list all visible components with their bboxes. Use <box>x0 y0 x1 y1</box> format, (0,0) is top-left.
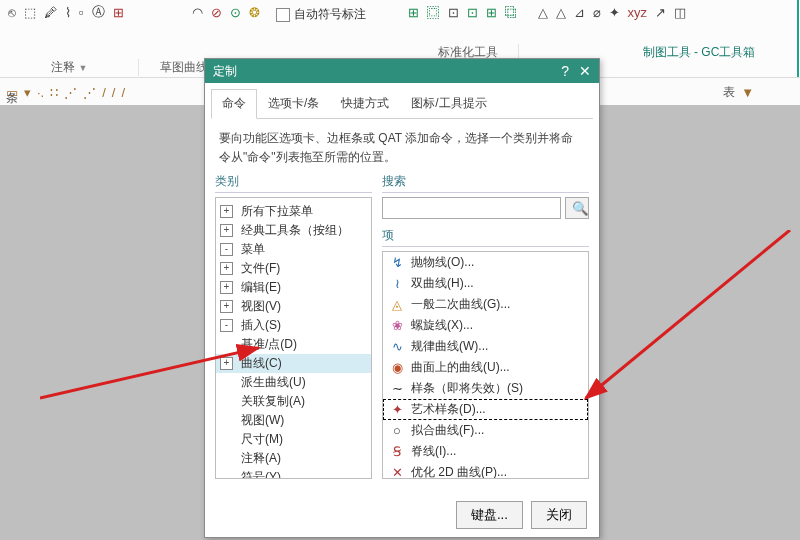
auto-symbol-checkbox[interactable]: 自动符号标注 <box>276 6 366 23</box>
category-tree[interactable]: +所有下拉菜单+经典工具条（按组）-菜单+文件(F)+编辑(E)+视图(V)-插… <box>215 197 372 479</box>
tree-node[interactable]: +经典工具条（按组） <box>216 221 371 240</box>
tree-node[interactable]: -插入(S) <box>216 316 371 335</box>
tree-node[interactable]: 尺寸(M) <box>216 430 371 449</box>
list-item[interactable]: ❀螺旋线(X)... <box>383 315 588 336</box>
item-icon: ◬ <box>389 297 405 313</box>
list-item[interactable]: ○拟合曲线(F)... <box>383 420 588 441</box>
item-icon: Ꞩ <box>389 444 405 460</box>
list-item[interactable]: ✦艺术样条(D)... <box>383 399 588 420</box>
sheet-label: 表 <box>723 84 735 101</box>
tree-node[interactable]: -菜单 <box>216 240 371 259</box>
dialog-instructions: 要向功能区选项卡、边框条或 QAT 添加命令，选择一个类别并将命令从"命令"列表… <box>205 119 599 171</box>
tree-node[interactable]: +所有下拉菜单 <box>216 202 371 221</box>
list-item[interactable]: Ꞩ脊线(I)... <box>383 441 588 462</box>
item-icon: ❀ <box>389 318 405 334</box>
help-icon[interactable]: ? <box>561 63 569 79</box>
search-heading: 搜索 <box>382 173 589 193</box>
tab-0[interactable]: 命令 <box>211 89 257 119</box>
list-item[interactable]: ✕优化 2D 曲线(P)... <box>383 462 588 479</box>
close-button[interactable]: 关闭 <box>531 501 587 529</box>
dialog-title: 定制 <box>213 63 237 80</box>
items-list[interactable]: ↯抛物线(O)...≀双曲线(H)...◬一般二次曲线(G)...❀螺旋线(X)… <box>382 251 589 479</box>
tree-node[interactable]: 关联复制(A) <box>216 392 371 411</box>
dialog-tabs: 命令选项卡/条快捷方式图标/工具提示 <box>211 89 593 119</box>
tree-node[interactable]: 符号(Y) <box>216 468 371 479</box>
tab-2[interactable]: 快捷方式 <box>330 89 400 118</box>
list-item[interactable]: ∼样条（即将失效）(S) <box>383 378 588 399</box>
item-icon: ∼ <box>389 381 405 397</box>
search-input[interactable] <box>382 197 561 219</box>
item-icon: ✦ <box>389 402 405 418</box>
dialog-titlebar[interactable]: 定制 ? ✕ <box>205 59 599 83</box>
ribbon-group-annotation: 注释▼ <box>0 59 139 76</box>
tree-node[interactable]: 派生曲线(U) <box>216 373 371 392</box>
item-icon: ≀ <box>389 276 405 292</box>
tree-node[interactable]: +视图(V) <box>216 297 371 316</box>
list-item[interactable]: ≀双曲线(H)... <box>383 273 588 294</box>
tree-node[interactable]: 注释(A) <box>216 449 371 468</box>
items-heading: 项 <box>382 227 589 247</box>
tree-node[interactable]: +文件(F) <box>216 259 371 278</box>
item-icon: ○ <box>389 423 405 439</box>
ribbon-icon-row: ⎋⬚🖉⌇▫Ⓐ⊞ ◠⊘⊙❂ ⊞⿴⊡⊡ ⊞⿻ △△⊿⌀✦xyz↗◫ <box>0 0 800 24</box>
category-heading: 类别 <box>215 173 372 193</box>
tree-node[interactable]: +编辑(E) <box>216 278 371 297</box>
tab-1[interactable]: 选项卡/条 <box>257 89 330 118</box>
list-item[interactable]: ↯抛物线(O)... <box>383 252 588 273</box>
item-icon: ∿ <box>389 339 405 355</box>
item-icon: ↯ <box>389 255 405 271</box>
tab-3[interactable]: 图标/工具提示 <box>400 89 497 118</box>
keyboard-button[interactable]: 键盘... <box>456 501 523 529</box>
search-button[interactable]: 🔍 <box>565 197 589 219</box>
close-icon[interactable]: ✕ <box>579 63 591 79</box>
item-icon: ✕ <box>389 465 405 480</box>
list-item[interactable]: ∿规律曲线(W)... <box>383 336 588 357</box>
ribbon-group-drafting: 制图工具 - GC工具箱 <box>600 44 798 76</box>
tree-node[interactable]: 视图(W) <box>216 411 371 430</box>
tree-node[interactable]: +曲线(C) <box>216 354 371 373</box>
list-item[interactable]: ◬一般二次曲线(G)... <box>383 294 588 315</box>
item-icon: ◉ <box>389 360 405 376</box>
customize-dialog: 定制 ? ✕ 命令选项卡/条快捷方式图标/工具提示 要向功能区选项卡、边框条或 … <box>204 58 600 538</box>
ribbon-accent-bar <box>797 0 799 77</box>
tree-node[interactable]: 基准/点(D) <box>216 335 371 354</box>
auto-symbol-label: 自动符号标注 <box>294 6 366 23</box>
list-item[interactable]: ◉曲面上的曲线(U)... <box>383 357 588 378</box>
